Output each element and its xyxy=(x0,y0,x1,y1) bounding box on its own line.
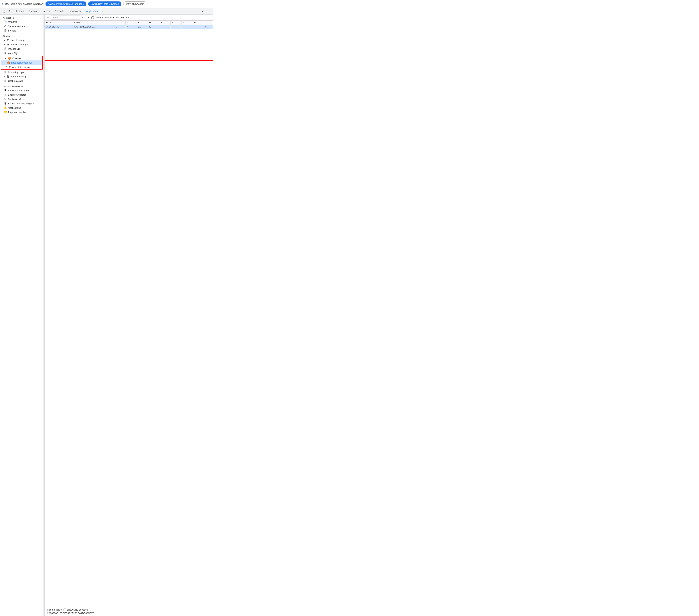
col-path[interactable]: P... xyxy=(126,21,136,25)
sidebar-item-service-workers[interactable]: ⚙ Service workers xyxy=(0,24,43,28)
show-url-decoded-label[interactable]: Show URL-decoded xyxy=(64,608,88,611)
tab-list: Elements Console Sources Network Perform… xyxy=(12,8,200,14)
manifest-icon: 📄 xyxy=(4,21,7,23)
notification-bar: ℹ DevTools is now available in Korean! A… xyxy=(0,0,213,8)
sidebar-item-indexeddb[interactable]: 🗄 IndexedDB xyxy=(0,47,43,51)
sidebar-item-background-fetch-label: Background fetch xyxy=(8,93,26,96)
cell-partitioned: M. xyxy=(203,25,213,29)
dont-show-again-button[interactable]: Don't show again xyxy=(123,1,147,6)
show-issues-checkbox[interactable] xyxy=(91,16,94,19)
notifications-icon: 🔔 xyxy=(4,106,7,109)
sidebar-item-cache-storage-label: Cache storage xyxy=(8,80,24,82)
cell-path: / xyxy=(126,25,136,29)
col-name[interactable]: Name xyxy=(45,21,72,25)
back-forward-cache-icon: 🗄 xyxy=(4,89,7,92)
refresh-cookies-icon[interactable]: ↺ xyxy=(46,16,50,19)
payment-handler-icon: 💳 xyxy=(4,111,7,114)
sidebar-item-indexeddb-label: IndexedDB xyxy=(8,48,19,50)
table-row-empty xyxy=(45,29,213,51)
sidebar-item-back-forward-cache[interactable]: 🗄 Back/forward cache xyxy=(0,88,43,92)
cookies-icon: 🍪 xyxy=(8,57,11,60)
sidebar-item-payment-handler-label: Payment handler xyxy=(8,111,26,114)
devtools-toolbar: ⬚ ⧉ Elements Console Sources Network Per… xyxy=(0,8,213,15)
background-sync-icon: ↻ xyxy=(4,97,7,101)
col-expires[interactable]: E... xyxy=(136,21,147,25)
private-state-tokens-icon: 🗄 xyxy=(5,66,8,68)
match-language-button[interactable]: Always match Chrome's language xyxy=(45,1,86,6)
service-workers-icon: ⚙ xyxy=(4,25,7,28)
col-size[interactable]: Si... xyxy=(147,21,159,25)
sidebar-item-localhost-label: http://localhost:8080 xyxy=(11,61,32,64)
device-toolbar-icon[interactable]: ⧉ xyxy=(7,9,12,14)
sidebar-item-notifications[interactable]: 🔔 Notifications xyxy=(0,106,43,110)
sidebar-item-shared-storage[interactable]: ▶ 🗄 Shared storage xyxy=(0,74,43,79)
notification-text: DevTools is now available in Korean! xyxy=(5,2,44,5)
sidebar-item-cookies[interactable]: ▼ 🍪 Cookies xyxy=(1,56,42,61)
cookie-table-wrapper: Name Value D... P... E... Si... H... S..… xyxy=(45,21,213,607)
tab-network[interactable]: Network xyxy=(53,8,66,14)
section-storage-title: Storage xyxy=(0,33,43,38)
background-fetch-icon: ↕ xyxy=(4,93,7,96)
sidebar-item-local-storage[interactable]: ▶ ⊞ Local storage xyxy=(0,38,43,42)
cookie-table-header-row: Name Value D... P... E... Si... H... S..… xyxy=(45,21,213,25)
sidebar-item-bounce-tracking[interactable]: 🗄 Bounce tracking mitigatio xyxy=(0,101,43,106)
sidebar-item-background-fetch[interactable]: ↕ Background fetch xyxy=(0,92,43,97)
table-row[interactable]: JSESSIONID AA94284E10DDFC... l... / S...… xyxy=(45,25,213,29)
inspect-icon[interactable]: ⬚ xyxy=(1,9,6,14)
sidebar-item-service-workers-label: Service workers xyxy=(8,25,25,28)
sidebar-item-private-state-tokens-label: Private state tokens xyxy=(9,66,30,68)
clear-filter-icon[interactable]: ≡× xyxy=(81,16,85,19)
local-storage-arrow: ▶ xyxy=(4,39,5,41)
tab-elements[interactable]: Elements xyxy=(12,8,27,14)
sidebar-item-back-forward-cache-label: Back/forward cache xyxy=(8,89,29,92)
sidebar-item-payment-handler[interactable]: 💳 Payment handler xyxy=(0,110,43,114)
sidebar-item-localhost[interactable]: 🍪 http://localhost:8080 xyxy=(1,61,42,65)
cell-expires: S... xyxy=(136,25,147,29)
sidebar-item-web-sql[interactable]: 🗄 Web SQL xyxy=(0,51,43,55)
col-partitioned[interactable]: P. xyxy=(203,21,213,25)
tab-console[interactable]: Console xyxy=(27,8,40,14)
sidebar-item-web-sql-label: Web SQL xyxy=(8,52,18,55)
web-sql-icon: 🗄 xyxy=(4,52,7,55)
tab-more-button[interactable]: » xyxy=(100,10,105,13)
cell-name: JSESSIONID xyxy=(45,25,72,29)
cookie-filter-input[interactable] xyxy=(51,15,80,19)
switch-devtools-button[interactable]: Switch DevTools to Korean xyxy=(88,1,121,6)
cell-domain: l... xyxy=(114,25,126,29)
cookie-toolbar: ↺ ≡× ✕ Only show cookies with an issue xyxy=(45,15,213,21)
show-issues-label: Only show cookies with an issue xyxy=(95,16,129,19)
cell-priority xyxy=(193,25,203,29)
show-url-decoded-checkbox[interactable] xyxy=(64,608,66,611)
sidebar-item-interest-groups[interactable]: 🗄 Interest groups xyxy=(0,70,43,74)
sidebar-item-cookies-label: Cookies xyxy=(12,57,21,60)
col-value[interactable]: Value xyxy=(72,21,114,25)
sidebar-item-cache-storage[interactable]: 🗄 Cache storage xyxy=(0,79,43,83)
close-filter-icon[interactable]: ✕ xyxy=(87,16,90,19)
sidebar-item-notifications-label: Notifications xyxy=(8,106,21,109)
sidebar-item-bounce-tracking-label: Bounce tracking mitigatio xyxy=(8,102,35,105)
sidebar-item-background-sync[interactable]: ↻ Background sync xyxy=(0,97,43,101)
sidebar-item-session-storage[interactable]: ▶ ⊞ Session storage xyxy=(0,42,43,47)
col-secure[interactable]: S... xyxy=(170,21,182,25)
settings-icon[interactable]: ⚙ xyxy=(201,9,206,14)
col-httponly[interactable]: H... xyxy=(159,21,170,25)
section-application-title: Application xyxy=(0,15,43,19)
col-priority[interactable]: P... xyxy=(193,21,203,25)
col-samesite[interactable]: S... xyxy=(182,21,193,25)
show-issues-checkbox-label[interactable]: Only show cookies with an issue xyxy=(91,16,129,19)
tab-performance[interactable]: Performance xyxy=(66,8,83,14)
sidebar-item-manifest[interactable]: 📄 Manifest xyxy=(0,19,43,24)
more-menu-icon[interactable]: ⋮ xyxy=(207,9,212,14)
col-domain[interactable]: D... xyxy=(114,21,126,25)
show-url-decoded-text: Show URL-decoded xyxy=(67,608,88,611)
tab-application[interactable]: Application xyxy=(84,8,101,14)
sidebar-item-storage-top[interactable]: 🗄 Storage xyxy=(0,28,43,33)
tab-sources[interactable]: Sources xyxy=(40,8,53,14)
info-icon: ℹ xyxy=(2,2,3,6)
cookie-value-label: Cookie Value xyxy=(47,608,62,611)
session-storage-arrow: ▶ xyxy=(4,43,5,45)
sidebar-item-private-state-tokens[interactable]: 🗄 Private state tokens xyxy=(1,65,42,69)
cookies-highlight-group: ▼ 🍪 Cookies 🍪 http://localhost:8080 🗄 Pr… xyxy=(1,56,43,69)
content-area: ↺ ≡× ✕ Only show cookies with an issue N… xyxy=(45,15,213,616)
cookie-value-text: AA94284E10DDFC8A2A2A3CA4DE60C517 xyxy=(47,612,211,615)
